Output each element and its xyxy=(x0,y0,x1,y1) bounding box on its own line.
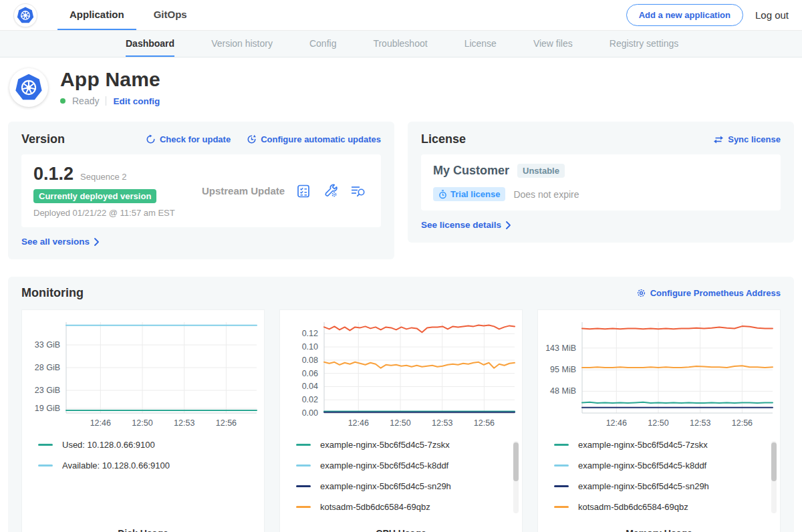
legend-label: Available: 10.128.0.66:9100 xyxy=(62,460,170,471)
ready-status-dot xyxy=(60,98,65,104)
svg-text:23 GiB: 23 GiB xyxy=(34,386,59,395)
tab-troubleshoot[interactable]: Troubleshoot xyxy=(373,31,427,57)
svg-text:12:56: 12:56 xyxy=(473,418,494,428)
cpu-usage-title: CPU Usage xyxy=(280,528,522,532)
legend-label: example-nginx-5bc6f5d4c5-k8ddf xyxy=(578,460,706,471)
tab-view-files[interactable]: View files xyxy=(533,31,573,57)
charts-row: 19 GiB23 GiB28 GiB33 GiB12:4612:5012:531… xyxy=(21,309,781,532)
kubernetes-icon xyxy=(15,74,43,102)
legend-scrollbar[interactable] xyxy=(771,441,777,513)
sub-navbar: Dashboard Version history Config Trouble… xyxy=(0,31,802,57)
check-for-update-label: Check for update xyxy=(160,134,231,144)
svg-text:12:53: 12:53 xyxy=(432,418,452,428)
svg-text:12:46: 12:46 xyxy=(348,418,368,428)
add-application-button[interactable]: Add a new application xyxy=(626,4,743,26)
legend-dash xyxy=(38,464,53,467)
deployed-badge: Currently deployed version xyxy=(33,189,156,203)
configure-automatic-updates-link[interactable]: Configure automatic updates xyxy=(247,134,381,144)
chevron-right-icon xyxy=(505,221,511,229)
legend-label: kotsadm-5db6dc6584-69qbz xyxy=(578,502,688,512)
kubernetes-logo xyxy=(13,3,37,27)
file-search-icon xyxy=(350,184,366,198)
app-status-row: Ready Edit config xyxy=(60,96,160,106)
legend-dash xyxy=(296,485,311,487)
legend-item: Used: 10.128.0.66:9100 xyxy=(38,440,264,450)
version-actions xyxy=(296,183,369,198)
see-license-details-link[interactable]: See license details xyxy=(421,220,511,230)
configure-prometheus-link[interactable]: Configure Prometheus Address xyxy=(636,288,781,298)
version-number: 0.1.2 xyxy=(33,164,74,184)
refresh-icon xyxy=(146,134,156,144)
legend-label: example-nginx-5bc6f5d4c5-7zskx xyxy=(578,440,708,450)
edit-config-link[interactable]: Edit config xyxy=(113,96,160,106)
monitoring-header: Monitoring Configure Prometheus Address xyxy=(21,286,781,300)
current-version-card: 0.1.2 Sequence 2 Currently deployed vers… xyxy=(21,154,381,227)
configure-automatic-updates-label: Configure automatic updates xyxy=(261,134,381,144)
legend-dash xyxy=(554,485,569,487)
legend-item: kotsadm-5db6dc6584-69qbz xyxy=(554,502,780,512)
legend-dash xyxy=(296,506,311,508)
disk-usage-title: Disk Usage xyxy=(22,528,264,532)
legend-item: kotsadm-5db6dc6584-69qbz xyxy=(296,502,522,512)
tab-config[interactable]: Config xyxy=(309,31,336,57)
disk-usage-chart: 19 GiB23 GiB28 GiB33 GiB12:4612:5012:531… xyxy=(23,317,263,430)
svg-text:0.02: 0.02 xyxy=(301,395,317,404)
edit-config-button[interactable] xyxy=(323,183,338,198)
legend-item: example-nginx-5bc6f5d4c5-sn29h xyxy=(296,481,522,491)
app-logo xyxy=(9,68,48,107)
tab-registry-settings[interactable]: Registry settings xyxy=(610,31,678,57)
see-all-versions-link[interactable]: See all versions xyxy=(21,237,100,247)
license-info-card: My Customer Unstable Trial license Does … xyxy=(421,154,781,211)
sequence-label: Sequence 2 xyxy=(80,172,126,182)
cpu-usage-legend: example-nginx-5bc6f5d4c5-7zskx example-n… xyxy=(280,430,522,515)
preflight-checks-button[interactable] xyxy=(296,184,311,198)
view-diff-button[interactable] xyxy=(350,184,366,198)
check-for-update-link[interactable]: Check for update xyxy=(146,134,231,144)
svg-text:12:56: 12:56 xyxy=(731,418,752,428)
tab-version-history[interactable]: Version history xyxy=(211,31,273,57)
svg-text:95 MiB: 95 MiB xyxy=(550,365,576,374)
sync-license-link[interactable]: Sync license xyxy=(713,134,781,144)
svg-text:0.06: 0.06 xyxy=(301,369,317,378)
scrollbar-thumb[interactable] xyxy=(771,442,777,481)
cpu-usage-card: 0.000.020.040.060.080.100.1212:4612:5012… xyxy=(279,309,523,532)
top-navbar: Application GitOps Add a new application… xyxy=(0,0,802,31)
legend-item: example-nginx-5bc6f5d4c5-7zskx xyxy=(554,440,780,450)
legend-dash xyxy=(38,444,53,446)
tab-gitops[interactable]: GitOps xyxy=(142,0,199,30)
checklist-icon xyxy=(296,184,311,198)
tab-license[interactable]: License xyxy=(464,31,497,57)
tab-dashboard[interactable]: Dashboard xyxy=(126,31,174,57)
version-source-label: Upstream Update xyxy=(190,185,296,196)
legend-scrollbar[interactable] xyxy=(513,441,519,513)
tab-application[interactable]: Application xyxy=(57,0,136,30)
brand xyxy=(13,0,37,30)
monitoring-title: Monitoring xyxy=(21,286,84,300)
legend-label: kotsadm-5db6dc6584-69qbz xyxy=(320,502,430,512)
cpu-usage-chart: 0.000.020.040.060.080.100.1212:4612:5012… xyxy=(281,317,521,430)
legend-item: example-nginx-5bc6f5d4c5-7zskx xyxy=(296,440,522,450)
trial-license-badge: Trial license xyxy=(433,187,505,201)
topnav-tabs: Application GitOps xyxy=(57,0,199,30)
svg-text:0.08: 0.08 xyxy=(301,356,317,365)
see-all-versions-label: See all versions xyxy=(21,237,90,247)
page-title: App Name xyxy=(60,68,160,91)
svg-text:0.10: 0.10 xyxy=(301,342,317,352)
license-card: License Sync license My Customer Unstabl… xyxy=(408,122,794,243)
version-card: Version Check for update Configure au xyxy=(8,122,394,259)
legend-dash xyxy=(554,464,569,467)
logout-button[interactable]: Log out xyxy=(755,9,789,21)
sync-icon xyxy=(713,135,724,144)
app-header-text: App Name Ready Edit config xyxy=(60,68,160,106)
divider xyxy=(106,96,106,106)
trial-license-label: Trial license xyxy=(450,189,500,199)
expiry-label: Does not expire xyxy=(513,189,579,200)
legend-item: Available: 10.128.0.66:9100 xyxy=(38,460,264,471)
scrollbar-thumb[interactable] xyxy=(513,442,519,481)
svg-text:12:46: 12:46 xyxy=(90,418,110,428)
memory-usage-legend: example-nginx-5bc6f5d4c5-7zskx example-n… xyxy=(538,430,780,515)
svg-text:143 MiB: 143 MiB xyxy=(545,344,576,353)
configure-prometheus-label: Configure Prometheus Address xyxy=(650,288,781,298)
version-card-header: Version Check for update Configure au xyxy=(21,132,381,146)
memory-usage-title: Memory Usage xyxy=(538,528,780,532)
